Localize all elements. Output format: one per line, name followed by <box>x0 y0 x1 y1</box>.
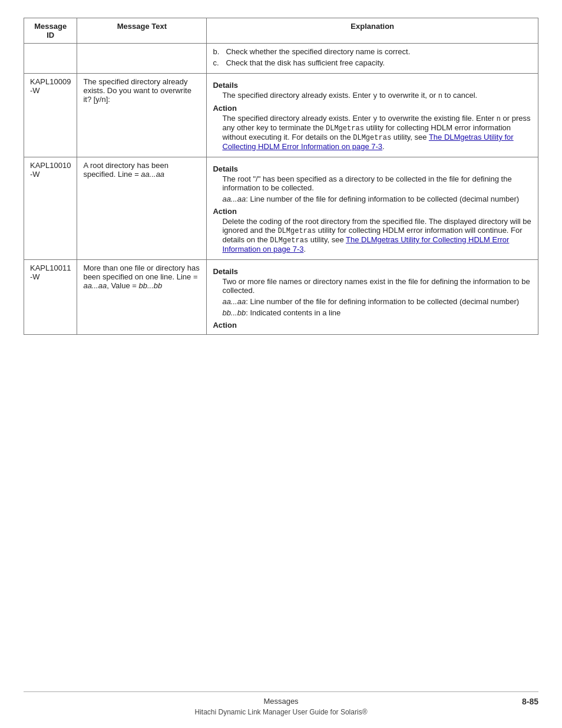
section-label-details: Details <box>213 164 532 173</box>
section-label-details: Details <box>213 81 532 90</box>
details-text-2: aa...aa: Line number of the file for def… <box>222 297 532 306</box>
section-label-action: Action <box>213 207 532 216</box>
cell-explanation: Details The root "/" has been specified … <box>207 157 538 260</box>
list-text: Check that the disk has sufficient free … <box>226 58 385 67</box>
cell-msgtext: The specified directory already exists. … <box>77 74 207 157</box>
table-row: KAPL10011-W More than one file or direct… <box>24 260 538 335</box>
action-text: The specified directory already exists. … <box>222 114 532 151</box>
details-text-2: aa...aa: Line number of the file for def… <box>222 195 532 203</box>
list-letter: c. <box>213 58 226 67</box>
footer-top: Messages 8-85 <box>24 697 538 706</box>
page-content: Message ID Message Text Explanation b. C… <box>24 18 538 680</box>
details-text: The specified directory already exists. … <box>222 91 532 100</box>
details-text-3: bb...bb: Indicated contents in a line <box>222 308 532 317</box>
dlmgetras-link-2[interactable]: The DLMgetras Utility for Collecting HDL… <box>222 235 509 253</box>
cell-msgid <box>24 44 77 74</box>
table-row: KAPL10010-W A root directory has been sp… <box>24 157 538 260</box>
cell-explanation: b. Check whether the specified directory… <box>207 44 538 74</box>
cell-msgid: KAPL10011-W <box>24 260 77 335</box>
table-row: KAPL10009-W The specified directory alre… <box>24 74 538 157</box>
cell-msgid: KAPL10010-W <box>24 157 77 260</box>
cell-msgtext: A root directory has been specified. Lin… <box>77 157 207 260</box>
cell-explanation: Details Two or more file names or direct… <box>207 260 538 335</box>
footer-bottom: Hitachi Dynamic Link Manager User Guide … <box>195 708 368 716</box>
table-row: b. Check whether the specified directory… <box>24 44 538 74</box>
action-text: Delete the coding of the root directory … <box>222 217 532 253</box>
details-text-1: Two or more file names or directory name… <box>222 277 532 295</box>
header-explanation: Explanation <box>207 18 538 44</box>
section-label-action: Action <box>213 104 532 113</box>
cell-msgid: KAPL10009-W <box>24 74 77 157</box>
header-msgid: Message ID <box>24 18 77 44</box>
list-letter: b. <box>213 47 226 56</box>
cell-msgtext <box>77 44 207 74</box>
section-label-details: Details <box>213 267 532 276</box>
header-msgtext: Message Text <box>77 18 207 44</box>
cell-msgtext: More than one file or directory has been… <box>77 260 207 335</box>
footer-page: 8-85 <box>522 697 538 706</box>
main-table: Message ID Message Text Explanation b. C… <box>24 18 538 335</box>
cell-explanation: Details The specified directory already … <box>207 74 538 157</box>
list-item: b. Check whether the specified directory… <box>213 47 532 56</box>
details-text-1: The root "/" has been specified as a dir… <box>222 174 532 192</box>
footer: Messages 8-85 Hitachi Dynamic Link Manag… <box>24 691 538 716</box>
list-text: Check whether the specified directory na… <box>226 47 410 56</box>
footer-center: Messages <box>263 697 298 706</box>
list-item: c. Check that the disk has sufficient fr… <box>213 58 532 67</box>
section-label-action: Action <box>213 321 532 330</box>
